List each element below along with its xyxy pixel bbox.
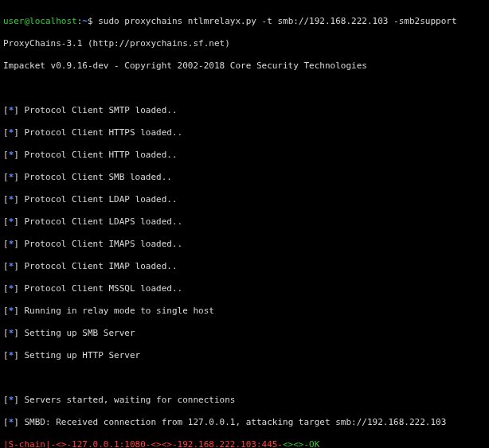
- terminal-output: user@localhost:~$ sudo proxychains ntlmr…: [0, 0, 489, 448]
- prompt-path: ~: [82, 16, 88, 26]
- log-line: [*] Protocol Client LDAP loaded..: [3, 194, 486, 205]
- log-line: [*] Protocol Client IMAP loaded..: [3, 261, 486, 272]
- log-line: [*] Protocol Client IMAPS loaded..: [3, 239, 486, 250]
- prompt-dollar: $: [88, 16, 98, 26]
- log-line: [*] Protocol Client SMTP loaded..: [3, 105, 486, 116]
- log-line: [*] Protocol Client LDAPS loaded..: [3, 216, 486, 228]
- schain-line: |S-chain|-<>-127.0.0.1:1080-<><>-192.168…: [3, 439, 486, 448]
- prompt-line: user@localhost:~$ sudo proxychains ntlmr…: [3, 16, 486, 27]
- log-line: [*] Protocol Client MSSQL loaded..: [3, 283, 486, 294]
- command-text: sudo proxychains ntlmrelayx.py -t smb://…: [98, 16, 456, 26]
- blank-line: [3, 372, 486, 384]
- user-host: user@localhost: [3, 16, 77, 26]
- proxychains-header: ProxyChains-3.1 (http://proxychains.sf.n…: [3, 38, 486, 49]
- log-line: [*] Setting up HTTP Server: [3, 350, 486, 361]
- impacket-header: Impacket v0.9.16-dev - Copyright 2002-20…: [3, 60, 486, 72]
- log-line: [*] Protocol Client HTTP loaded..: [3, 150, 486, 161]
- log-line: [*] Running in relay mode to single host: [3, 306, 486, 317]
- log-line: [*] Setting up SMB Server: [3, 328, 486, 339]
- log-line: [*] SMBD: Received connection from 127.0…: [3, 417, 486, 428]
- log-line: [*] Protocol Client SMB loaded..: [3, 172, 486, 183]
- blank-line: [3, 83, 486, 94]
- log-line: [*] Protocol Client HTTPS loaded..: [3, 127, 486, 138]
- log-line: [*] Servers started, waiting for connect…: [3, 395, 486, 406]
